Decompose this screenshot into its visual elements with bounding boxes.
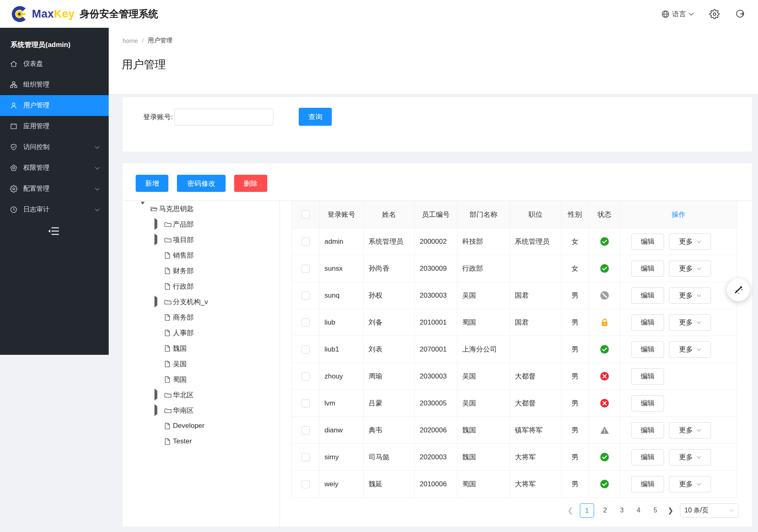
tree-node[interactable]: Developer xyxy=(123,418,279,434)
more-button[interactable]: 更多 xyxy=(669,287,711,304)
tree-expand-toggle[interactable] xyxy=(154,298,159,306)
tree-node[interactable]: 蜀国 xyxy=(123,372,279,387)
prev-page-button[interactable]: ❮ xyxy=(566,506,575,515)
row-checkbox[interactable] xyxy=(302,426,310,434)
tree-node[interactable]: 华南区 xyxy=(123,403,279,418)
page-2-button[interactable]: 2 xyxy=(599,507,611,514)
table-row: liub刘备2010001蜀国国君男编辑更多 xyxy=(292,309,738,336)
cell-employee-id: 2030009 xyxy=(415,255,457,282)
tree-expand-toggle[interactable] xyxy=(154,220,159,228)
edit-button[interactable]: 编辑 xyxy=(631,341,664,358)
status-banned-icon xyxy=(600,291,609,300)
sidebar-item-permission[interactable]: 权限管理 xyxy=(0,158,109,178)
sidebar-item-org[interactable]: 组织管理 xyxy=(0,74,109,95)
tree-node[interactable]: 财务部 xyxy=(123,263,279,278)
row-checkbox-cell xyxy=(292,417,320,443)
more-button[interactable]: 更多 xyxy=(669,422,711,439)
tree-collapse-toggle[interactable] xyxy=(141,205,145,213)
page-1-button[interactable]: 1 xyxy=(580,503,594,518)
more-button[interactable]: 更多 xyxy=(669,314,711,331)
tree-node[interactable]: 马克思钥匙 xyxy=(123,201,279,216)
edit-button[interactable]: 编辑 xyxy=(631,314,664,331)
tree-node[interactable]: 项目部 xyxy=(123,232,279,247)
row-checkbox[interactable] xyxy=(302,453,310,461)
sidebar-item-label: 访问控制 xyxy=(23,143,49,151)
tree-node[interactable]: 行政部 xyxy=(123,278,279,294)
cell-status xyxy=(589,336,620,363)
tree-node[interactable]: 人事部 xyxy=(123,325,279,341)
page-4-button[interactable]: 4 xyxy=(633,507,644,514)
row-checkbox[interactable] xyxy=(302,238,310,246)
status-active-icon xyxy=(600,452,609,462)
cell-gender: 男 xyxy=(561,471,589,497)
sidebar-item-access[interactable]: 访问控制 xyxy=(0,137,109,158)
edit-button[interactable]: 编辑 xyxy=(631,368,664,385)
floating-widget-button[interactable] xyxy=(727,278,750,301)
edit-button[interactable]: 编辑 xyxy=(631,449,664,465)
edit-button[interactable]: 编辑 xyxy=(631,422,664,439)
column-header-7[interactable]: 操作 xyxy=(620,201,737,228)
edit-button[interactable]: 编辑 xyxy=(631,260,664,277)
settings-button[interactable] xyxy=(709,9,720,19)
add-button[interactable]: 新增 xyxy=(136,175,168,192)
tree-node-label: Tester xyxy=(173,437,192,445)
access-icon xyxy=(10,143,18,151)
next-page-button[interactable]: ❯ xyxy=(666,506,675,515)
sidebar-collapse-button[interactable] xyxy=(48,226,59,236)
tree-node[interactable]: 魏国 xyxy=(123,341,279,356)
edit-button[interactable]: 编辑 xyxy=(631,476,664,492)
delete-button[interactable]: 删除 xyxy=(234,175,267,192)
folder-icon xyxy=(164,236,172,243)
more-button[interactable]: 更多 xyxy=(669,449,711,465)
edit-button[interactable]: 编辑 xyxy=(631,234,664,250)
page-5-button[interactable]: 5 xyxy=(650,507,661,514)
tree-node[interactable]: 华北区 xyxy=(123,387,279,403)
tree-node[interactable]: 销售部 xyxy=(123,247,279,263)
row-checkbox[interactable] xyxy=(302,480,310,488)
row-checkbox[interactable] xyxy=(302,399,310,407)
tree-node[interactable]: 商务部 xyxy=(123,309,279,325)
sidebar-item-audit[interactable]: 日志审计 xyxy=(0,199,109,220)
row-checkbox[interactable] xyxy=(302,345,310,354)
tree-node[interactable]: 产品部 xyxy=(123,216,279,232)
file-icon xyxy=(164,423,172,430)
row-checkbox[interactable] xyxy=(302,318,310,327)
tree-expand-toggle[interactable] xyxy=(154,236,159,244)
query-button[interactable]: 查询 xyxy=(299,108,332,126)
tree-node-label: 马克思钥匙 xyxy=(159,204,194,214)
tree-expand-toggle[interactable] xyxy=(154,391,159,399)
edit-button[interactable]: 编辑 xyxy=(631,395,664,412)
row-checkbox[interactable] xyxy=(302,372,310,381)
cell-actions: 编辑更多 xyxy=(620,309,737,336)
login-account-input[interactable] xyxy=(174,109,273,125)
tree-node[interactable]: 吴国 xyxy=(123,356,279,372)
more-button[interactable]: 更多 xyxy=(669,476,711,492)
more-button[interactable]: 更多 xyxy=(669,234,711,250)
page-3-button[interactable]: 3 xyxy=(616,507,628,514)
chevron-down-icon xyxy=(697,429,701,432)
row-checkbox[interactable] xyxy=(302,292,310,300)
sidebar-item-config[interactable]: 配置管理 xyxy=(0,178,109,199)
page-size-select[interactable]: 10 条/页 xyxy=(680,503,738,518)
column-header-0: 登录账号 xyxy=(320,201,364,228)
cell-employee-id: 2070001 xyxy=(415,336,457,363)
edit-button[interactable]: 编辑 xyxy=(631,287,664,304)
logout-button[interactable] xyxy=(735,9,745,19)
more-button[interactable]: 更多 xyxy=(669,260,711,277)
tree-expand-toggle[interactable] xyxy=(154,406,159,414)
sidebar-item-dashboard[interactable]: 仪表盘 xyxy=(0,53,109,74)
change-password-button[interactable]: 密码修改 xyxy=(177,175,226,192)
tree-node[interactable]: Tester xyxy=(123,434,279,449)
cell-department: 吴国 xyxy=(457,363,510,390)
row-checkbox[interactable] xyxy=(302,265,310,273)
more-button[interactable]: 更多 xyxy=(669,341,711,358)
select-all-checkbox[interactable] xyxy=(302,210,310,218)
cell-account: weiy xyxy=(320,471,364,497)
language-selector[interactable]: 语言 xyxy=(661,9,694,19)
chevron-down-icon xyxy=(95,187,100,191)
sidebar-item-app[interactable]: 应用管理 xyxy=(0,116,109,137)
breadcrumb-home[interactable]: home xyxy=(123,37,138,44)
tree-node[interactable]: 分支机构_v xyxy=(123,294,279,309)
folder-icon xyxy=(164,298,172,305)
sidebar-item-user[interactable]: 用户管理 xyxy=(0,95,109,116)
